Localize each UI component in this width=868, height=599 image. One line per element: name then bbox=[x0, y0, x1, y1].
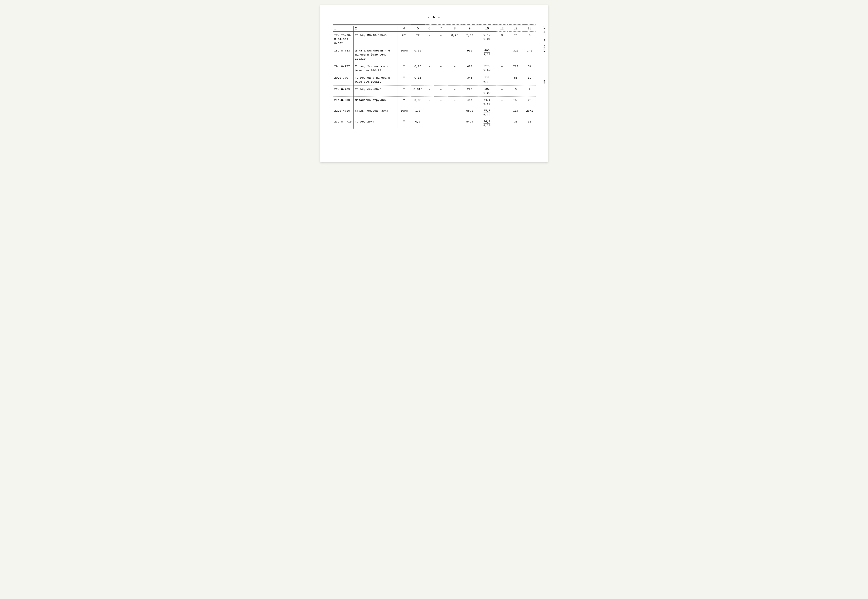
cell-col10: – bbox=[496, 47, 508, 63]
table-row: 23. 8-47I5То же, 25x4"0,7–––54,4I4,20,29… bbox=[333, 118, 536, 129]
cell-col8: I,07 bbox=[462, 32, 478, 47]
cell-col4: 0,25 bbox=[411, 63, 425, 74]
cell-id: 23. 8-47I5 bbox=[333, 118, 353, 129]
header-col8: 9 bbox=[462, 26, 478, 32]
cell-col4: I,8 bbox=[411, 107, 425, 118]
cell-col10: – bbox=[496, 74, 508, 86]
fraction-denominator: 0,01 bbox=[484, 37, 491, 41]
header-col4: 5 bbox=[411, 26, 425, 32]
cell-col8: 902 bbox=[462, 47, 478, 63]
fraction-numerator: 406 bbox=[484, 49, 490, 53]
fraction-denominator: 0,29 bbox=[484, 91, 491, 95]
cell-description: То же, сеч.60x6 bbox=[353, 86, 397, 96]
cell-col6: – bbox=[434, 63, 448, 74]
cell-col5: – bbox=[425, 107, 434, 118]
header-col9: IO bbox=[478, 26, 496, 32]
cell-col11: 38 bbox=[508, 118, 524, 129]
fraction-denominator: 0,86 bbox=[484, 102, 491, 105]
cell-unit: шт bbox=[397, 32, 411, 47]
cell-col6: – bbox=[434, 96, 448, 107]
main-table: I 2 4 5 6 7 8 9 IO II I2 I3 I7. I5-IO-П … bbox=[333, 24, 536, 129]
table-row: 2Ia.8-903Металлоконструкциит0,35–––44474… bbox=[333, 96, 536, 107]
cell-col11: I55 bbox=[508, 96, 524, 107]
fraction-numerator: I5,8 bbox=[484, 109, 491, 113]
cell-id: 20.8-770 bbox=[333, 74, 353, 86]
cell-col7: – bbox=[448, 47, 462, 63]
cell-col12: 26 bbox=[524, 96, 536, 107]
fraction-numerator: I02 bbox=[484, 87, 490, 91]
cell-col6: – bbox=[434, 47, 448, 63]
cell-col8: 345 bbox=[462, 74, 478, 86]
cell-col7: – bbox=[448, 63, 462, 74]
page: 354н тн-110-85 - 4 - I 2 4 5 6 7 8 9 IO … bbox=[320, 5, 548, 162]
cell-col5: – bbox=[425, 118, 434, 129]
cell-col8: 444 bbox=[462, 96, 478, 107]
cell-description: Сталь полосoая 30x4 bbox=[353, 107, 397, 118]
header-col1: I bbox=[333, 26, 353, 32]
header-col6: 7 bbox=[434, 26, 448, 32]
fraction-numerator: I2I bbox=[484, 76, 490, 80]
side-label-top: 354н тн-110-85 bbox=[543, 26, 546, 52]
cell-col5: – bbox=[425, 96, 434, 107]
cell-col6: – bbox=[434, 74, 448, 86]
fraction-numerator: 0,49 bbox=[484, 33, 491, 37]
fraction-denominator: 0,34 bbox=[484, 80, 491, 83]
header-col10: II bbox=[496, 26, 508, 32]
cell-col9-fraction: 4061,22 bbox=[478, 47, 496, 63]
cell-col4: 0,I6 bbox=[411, 74, 425, 86]
cell-description: То же, 2-е полосы в фазе сеч.I00xI0 bbox=[353, 63, 397, 74]
fraction-denominator: 0,29 bbox=[484, 124, 491, 127]
table-body: I7. I5-IO-П 04-009 8-602То же, ИО-IO-375… bbox=[333, 32, 536, 129]
table-row: I8. 8-783Шина алюминиевая 4-е полосы в ф… bbox=[333, 47, 536, 63]
side-label-bottom: - 85 - bbox=[543, 76, 546, 88]
cell-col7: – bbox=[448, 86, 462, 96]
cell-col7: – bbox=[448, 96, 462, 107]
header-col11: I2 bbox=[508, 26, 524, 32]
cell-col7: – bbox=[448, 118, 462, 129]
cell-unit: " bbox=[397, 74, 411, 86]
table-row: 22.8-47I6Сталь полосoая 30x4I00мI,8–––65… bbox=[333, 107, 536, 118]
cell-id: 2Ia.8-903 bbox=[333, 96, 353, 107]
cell-col11: 325 bbox=[508, 47, 524, 63]
cell-unit: " bbox=[397, 63, 411, 74]
cell-col12: 6 bbox=[524, 32, 536, 47]
cell-col7: – bbox=[448, 74, 462, 86]
table-row: 2I. 8-769То же, сеч.60x6"0,0I8–––290I020… bbox=[333, 86, 536, 96]
cell-col11: II7 bbox=[508, 107, 524, 118]
cell-col4: 0,0I8 bbox=[411, 86, 425, 96]
header-col5: 6 bbox=[425, 26, 434, 32]
cell-col5: – bbox=[425, 63, 434, 74]
table-row: I7. I5-IO-П 04-009 8-602То же, ИО-IO-375… bbox=[333, 32, 536, 47]
cell-col6: – bbox=[434, 107, 448, 118]
fraction-numerator: I4,2 bbox=[484, 120, 491, 124]
cell-unit: " bbox=[397, 86, 411, 96]
cell-description: То же, 25x4 bbox=[353, 118, 397, 129]
header-col3: 4 bbox=[397, 26, 411, 32]
cell-col6: – bbox=[434, 86, 448, 96]
cell-description: Металлоконструкции bbox=[353, 96, 397, 107]
cell-col11: I20 bbox=[508, 63, 524, 74]
cell-col9-fraction: I5,80,32 bbox=[478, 107, 496, 118]
cell-col5: – bbox=[425, 86, 434, 96]
cell-col11: 55 bbox=[508, 74, 524, 86]
cell-id: I8. 8-783 bbox=[333, 47, 353, 63]
cell-description: Шина алюминиевая 4-е полосы в фазе сеч. … bbox=[353, 47, 397, 63]
cell-id: 22.8-47I6 bbox=[333, 107, 353, 118]
cell-col7: 0,75 bbox=[448, 32, 462, 47]
cell-col4: I2 bbox=[411, 32, 425, 47]
cell-col10: – bbox=[496, 86, 508, 96]
cell-col12: 2 bbox=[524, 86, 536, 96]
cell-col9-fraction: I4,20,29 bbox=[478, 118, 496, 129]
cell-col12: 54 bbox=[524, 63, 536, 74]
cell-description: То же, ИО-IO-37543 bbox=[353, 32, 397, 47]
cell-unit: " bbox=[397, 118, 411, 129]
column-headers: I 2 4 5 6 7 8 9 IO II I2 I3 bbox=[333, 26, 536, 32]
cell-col9-fraction: I020,29 bbox=[478, 86, 496, 96]
table-row: I9. 8-777То же, 2-е полосы в фазе сеч.I0… bbox=[333, 63, 536, 74]
cell-col6: – bbox=[434, 118, 448, 129]
cell-id: I7. I5-IO-П 04-009 8-602 bbox=[333, 32, 353, 47]
cell-unit: I00м bbox=[397, 47, 411, 63]
cell-col12: I9 bbox=[524, 74, 536, 86]
fraction-denominator: 1,22 bbox=[484, 53, 491, 56]
header-col7: 8 bbox=[448, 26, 462, 32]
